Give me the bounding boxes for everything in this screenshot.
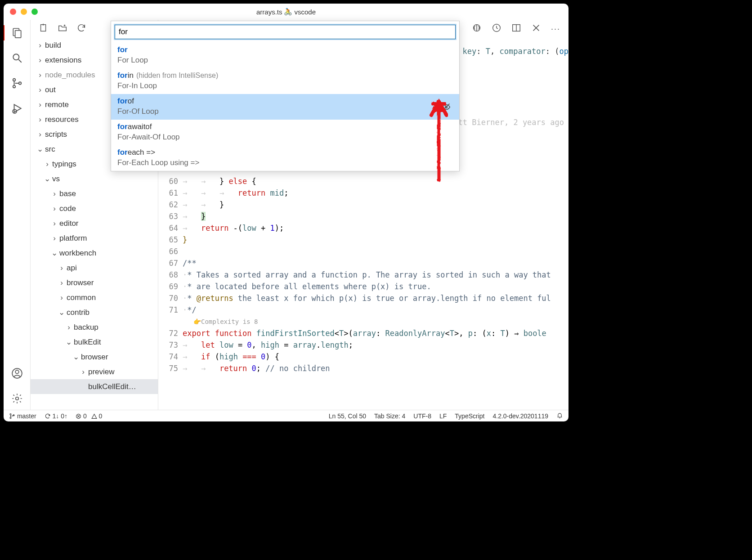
code-line[interactable]: 61→ → → return mid; [164, 187, 568, 199]
snippet-foreach[interactable]: foreach =>For-Each Loop using => [111, 145, 459, 171]
problems-status[interactable]: 0 0 [76, 412, 102, 420]
quick-pick-list[interactable]: forFor Loopforin(hidden from IntelliSens… [111, 43, 459, 171]
snippet-forin[interactable]: forin(hidden from IntelliSense)For-In Lo… [111, 68, 459, 94]
tree-item-browser[interactable]: ›browser [31, 275, 158, 290]
chevron-icon: ⌄ [58, 308, 65, 317]
tree-item-base[interactable]: ›base [31, 186, 158, 201]
chevron-icon: › [51, 234, 58, 243]
minimize-window[interactable] [21, 9, 27, 15]
code-line[interactable]: 64→ return -(low + 1); [164, 222, 568, 234]
svg-point-5 [13, 85, 15, 88]
explorer-icon[interactable] [10, 26, 24, 40]
history-icon[interactable] [492, 23, 501, 35]
tree-item-platform[interactable]: ›platform [31, 231, 158, 246]
chevron-icon: › [51, 219, 58, 228]
chevron-icon: › [37, 130, 43, 139]
code-line[interactable]: 68·* Takes a sorted array and a function… [164, 269, 568, 281]
code-line[interactable]: 63→ } [164, 211, 568, 222]
refresh-icon[interactable] [76, 23, 86, 35]
new-folder-icon[interactable] [58, 23, 67, 35]
code-line[interactable]: 👉Complexity is 8 [164, 316, 568, 327]
tree-label: editor [59, 219, 79, 228]
code-line[interactable]: 67/** [164, 257, 568, 269]
tree-item-bulkedit[interactable]: ⌄bulkEdit [31, 335, 158, 349]
accounts-icon[interactable] [10, 367, 24, 380]
code-line[interactable]: 65} [164, 234, 568, 246]
snippet-forawaitof[interactable]: forawaitofFor-Await-Of Loop [111, 120, 459, 145]
tree-label: browser [67, 278, 94, 287]
tree-item-vs[interactable]: ⌄vs [31, 171, 158, 186]
code-line[interactable]: 62→ → } [164, 199, 568, 211]
search-icon[interactable] [10, 51, 24, 65]
encoding[interactable]: UTF-8 [413, 412, 431, 420]
tree-label: contrib [67, 308, 90, 317]
tree-label: backup [74, 323, 98, 332]
svg-point-11 [15, 397, 18, 400]
window-title: arrays.ts 🚴vscode [256, 8, 316, 16]
eye-off-icon[interactable] [441, 102, 451, 114]
svg-rect-1 [15, 31, 21, 38]
code-line[interactable]: 71·*/ [164, 304, 568, 316]
tree-label: api [67, 264, 77, 273]
tree-item-api[interactable]: ›api [31, 260, 158, 275]
tree-item-browser[interactable]: ⌄browser [31, 349, 158, 364]
more-icon[interactable]: ··· [551, 24, 560, 34]
tree-label: resources [45, 115, 79, 124]
tree-label: bulkCellEdit… [88, 382, 136, 391]
snippet-forof[interactable]: forofFor-Of Loop [111, 94, 459, 120]
chevron-icon: › [66, 323, 72, 332]
tree-item-code[interactable]: ›code [31, 201, 158, 216]
tree-item-backup[interactable]: ›backup [31, 320, 158, 335]
quick-pick-popup: forFor Loopforin(hidden from IntelliSens… [111, 21, 460, 171]
tree-label: out [45, 85, 56, 94]
debug-icon[interactable] [10, 102, 24, 115]
snippet-for[interactable]: forFor Loop [111, 43, 459, 68]
tree-label: code [59, 204, 76, 213]
tree-item-workbench[interactable]: ⌄workbench [31, 246, 158, 260]
chevron-icon: › [51, 204, 58, 213]
code-line[interactable]: 66 [164, 246, 568, 257]
maximize-window[interactable] [31, 9, 38, 15]
code-line[interactable]: 72export function findFirstInSorted<T>(a… [164, 327, 568, 339]
bicycle-icon: 🚴 [284, 8, 292, 16]
title-filename: arrays.ts [256, 8, 282, 16]
svg-point-4 [13, 79, 15, 81]
eol[interactable]: LF [439, 412, 447, 420]
close-window[interactable] [10, 9, 16, 15]
chevron-icon: › [58, 278, 65, 287]
close-icon[interactable] [531, 23, 541, 35]
tab-size[interactable]: Tab Size: 4 [374, 412, 405, 420]
tree-item-common[interactable]: ›common [31, 290, 158, 305]
quick-pick-input[interactable] [115, 25, 456, 39]
chevron-icon: › [37, 71, 43, 80]
branch-indicator[interactable]: master [9, 412, 36, 420]
settings-gear-icon[interactable] [10, 392, 24, 405]
code-line[interactable]: 73→ let low = 0, high = array.length; [164, 339, 568, 351]
code-line[interactable]: 60→ → } else { [164, 175, 568, 187]
tree-label: src [45, 145, 55, 154]
tree-item-preview[interactable]: ›preview [31, 364, 158, 379]
language-mode[interactable]: TypeScript [455, 412, 484, 420]
cursor-position[interactable]: Ln 55, Col 50 [329, 412, 366, 420]
chevron-icon: › [80, 367, 86, 376]
source-control-icon[interactable] [10, 76, 24, 90]
tree-item-contrib[interactable]: ⌄contrib [31, 305, 158, 320]
code-line[interactable]: 69·* are located before all elements whe… [164, 281, 568, 292]
split-icon[interactable] [511, 23, 521, 35]
tree-item-bulkcelledit[interactable]: bulkCellEdit… [31, 379, 158, 394]
title-workspace: vscode [294, 8, 316, 16]
code-line[interactable]: 74→ if (high === 0) { [164, 351, 568, 363]
code-line[interactable]: 70·* @returns the least x for which p(x)… [164, 292, 568, 304]
chevron-icon: ⌄ [73, 352, 79, 362]
tree-item-editor[interactable]: ›editor [31, 216, 158, 231]
sync-status[interactable]: 1↓ 0↑ [45, 412, 67, 420]
code-line[interactable]: 75→ → return 0; // no children [164, 363, 568, 374]
tree-label: remote [45, 100, 69, 109]
tree-label: typings [52, 160, 76, 169]
notifications-icon[interactable] [556, 412, 563, 420]
tree-label: build [45, 41, 61, 50]
compare-icon[interactable] [472, 23, 482, 35]
new-file-icon[interactable] [39, 23, 49, 35]
chevron-icon: › [37, 41, 43, 50]
ts-version[interactable]: 4.2.0-dev.20201119 [492, 412, 548, 420]
